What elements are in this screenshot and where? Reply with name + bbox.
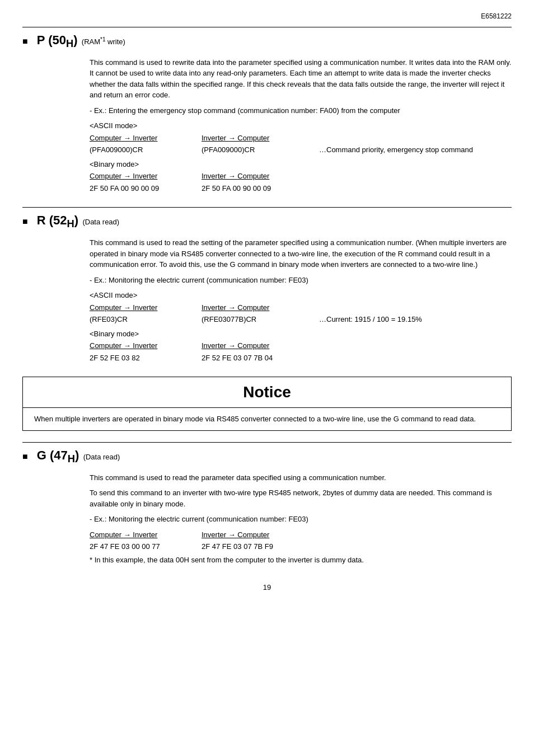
section-R-ascii-col3-header (313, 302, 512, 313)
section-P-binary-label: <Binary mode> (90, 159, 512, 170)
section-G-table: Computer → Inverter Inverter → Computer … (90, 529, 512, 552)
section-R-binary-label: <Binary mode> (90, 328, 512, 340)
section-G-body: This command is used to read the paramet… (90, 472, 512, 566)
section-P-ascii-table: Computer → Inverter Inverter → Computer … (90, 133, 512, 156)
section-P-body: This command is used to rewrite data int… (90, 57, 512, 194)
section-P-ascii-col2-val: (PFA009000)CR (202, 144, 313, 156)
section-G-example-intro: - Ex.: Monitoring the electric current (… (90, 514, 512, 525)
section-P-letter: P (50H) (34, 33, 78, 47)
bullet-P: ■ (22, 35, 28, 48)
section-P-binary-table: Computer → Inverter Inverter → Computer … (90, 171, 512, 194)
bullet-G: ■ (22, 450, 28, 463)
section-P-ascii-note: …Command priority, emergency stop comman… (313, 144, 512, 156)
section-P-ascii-label: <ASCII mode> (90, 120, 512, 132)
page-number: 19 (22, 582, 512, 593)
section-R-ascii-col2-header: Inverter → Computer (202, 302, 313, 313)
section-P: ■ P (50H) (RAM*1 write) This command is … (22, 27, 512, 194)
section-R-title: R (52H) (Data read) (34, 211, 120, 232)
bullet-R: ■ (22, 215, 28, 228)
section-G-note (313, 541, 512, 552)
section-R-bin-col1-header: Computer → Inverter (90, 340, 202, 351)
section-G-col2-val: 2F 47 FE 03 07 7B F9 (202, 541, 313, 552)
section-P-ascii-col1-val: (PFA009000)CR (90, 144, 202, 156)
section-G-col1-val: 2F 47 FE 03 00 00 77 (90, 541, 202, 552)
section-R-bin-col1-val: 2F 52 FE 03 82 (90, 353, 202, 364)
section-G-header: ■ G (47H) (Data read) (22, 442, 512, 467)
section-P-title: P (50H) (RAM*1 write) (34, 31, 125, 51)
section-R-body: This command is used to read the setting… (90, 237, 512, 363)
section-R-ascii-col1-header: Computer → Inverter (90, 302, 202, 313)
section-G-footnote: * In this example, the data 00H sent fro… (90, 555, 512, 566)
notice-box: Notice When multiple inverters are opera… (22, 377, 512, 431)
section-P-ascii-col3-header (313, 133, 512, 144)
section-R-header: ■ R (52H) (Data read) (22, 207, 512, 232)
section-R-example-intro: - Ex.: Monitoring the electric current (… (90, 275, 512, 286)
doc-id: E6581222 (22, 11, 512, 21)
notice-body: When multiple inverters are operated in … (23, 408, 511, 430)
section-R-note: (Data read) (81, 218, 119, 226)
section-G-title: G (47H) (Data read) (34, 446, 120, 467)
section-R-binary-table: Computer → Inverter Inverter → Computer … (90, 340, 512, 363)
section-P-ascii-col1-header: Computer → Inverter (90, 133, 202, 144)
notice-title: Notice (23, 377, 511, 408)
section-P-header: ■ P (50H) (RAM*1 write) (22, 27, 512, 51)
section-R: ■ R (52H) (Data read) This command is us… (22, 207, 512, 363)
section-G: ■ G (47H) (Data read) This command is us… (22, 442, 512, 565)
section-P-bin-col2-header: Inverter → Computer (202, 171, 313, 182)
section-G-col3-header (313, 529, 512, 541)
section-R-bin-note (313, 353, 512, 364)
section-G-letter: G (47H) (34, 448, 79, 462)
section-G-desc1: This command is used to read the paramet… (90, 472, 512, 483)
section-R-letter: R (52H) (34, 213, 79, 227)
section-P-bin-col1-header: Computer → Inverter (90, 171, 202, 182)
section-P-note: (RAM*1 write) (79, 37, 125, 46)
section-R-ascii-note: …Current: 1915 / 100 = 19.15% (313, 314, 512, 325)
section-P-desc: This command is used to rewrite data int… (90, 57, 512, 101)
section-P-bin-note (313, 183, 512, 194)
section-G-desc2: To send this command to an inverter with… (90, 487, 512, 509)
section-P-bin-col3-header (313, 171, 512, 182)
section-R-bin-col3-header (313, 340, 512, 351)
section-R-ascii-label: <ASCII mode> (90, 290, 512, 301)
section-R-ascii-col1-val: (RFE03)CR (90, 314, 202, 325)
section-G-note: (Data read) (81, 453, 120, 461)
section-P-example-intro: - Ex.: Entering the emergency stop comma… (90, 105, 512, 116)
section-R-ascii-table: Computer → Inverter Inverter → Computer … (90, 302, 512, 325)
section-P-ascii-col2-header: Inverter → Computer (202, 133, 313, 144)
section-G-col1-header: Computer → Inverter (90, 529, 202, 541)
section-G-col2-header: Inverter → Computer (202, 529, 313, 541)
section-R-bin-col2-header: Inverter → Computer (202, 340, 313, 351)
section-R-ascii-col2-val: (RFE03077B)CR (202, 314, 313, 325)
section-P-bin-col1-val: 2F 50 FA 00 90 00 09 (90, 183, 202, 194)
section-P-bin-col2-val: 2F 50 FA 00 90 00 09 (202, 183, 313, 194)
section-R-bin-col2-val: 2F 52 FE 03 07 7B 04 (202, 353, 313, 364)
section-R-desc: This command is used to read the setting… (90, 237, 512, 270)
